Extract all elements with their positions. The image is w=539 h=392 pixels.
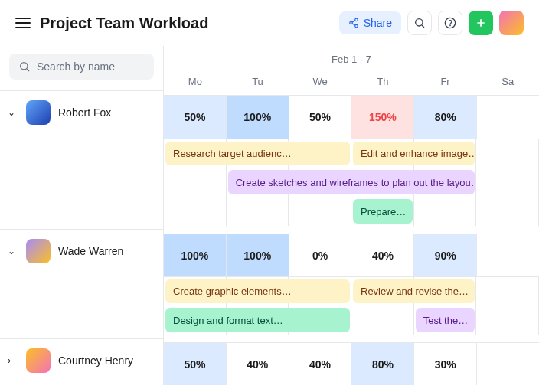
help-button[interactable]	[438, 11, 462, 35]
workload-cell[interactable]: 50%	[164, 96, 227, 139]
search-input[interactable]: Search by name	[9, 54, 154, 80]
search-button[interactable]	[407, 11, 432, 35]
help-icon	[444, 17, 456, 29]
task-bar[interactable]: Prepare…	[353, 199, 413, 224]
workload-cell[interactable]: 0%	[289, 234, 352, 276]
workload-cell[interactable]: 30%	[414, 343, 477, 385]
task-bar[interactable]: Create graphic elements…	[165, 279, 350, 303]
workload-cell[interactable]: 100%	[164, 234, 227, 276]
share-icon	[348, 18, 359, 28]
add-button[interactable]	[469, 11, 493, 35]
chevron-down-icon[interactable]: ⌄	[8, 246, 18, 256]
search-icon	[413, 17, 426, 29]
workload-cell[interactable]: 50%	[164, 343, 227, 385]
workload-cell[interactable]: 90%	[414, 234, 477, 276]
plus-icon	[475, 17, 487, 29]
workload-cell[interactable]: 50%	[289, 96, 352, 139]
svg-point-2	[354, 24, 358, 28]
workload-cell[interactable]: 100%	[227, 96, 289, 139]
day-header: Fr	[414, 70, 477, 95]
chevron-down-icon[interactable]: ⌄	[8, 107, 18, 118]
task-bar[interactable]: Design and format text…	[165, 308, 350, 332]
chevron-right-icon[interactable]: ›	[8, 355, 18, 366]
day-header: We	[289, 70, 351, 95]
avatar	[26, 348, 51, 373]
day-header: Tu	[227, 70, 289, 95]
date-range-label: Feb 1 - 7	[164, 46, 539, 70]
workload-cell[interactable]: 40%	[351, 234, 414, 276]
person-name: Robert Fox	[58, 106, 111, 119]
day-headers: Mo Tu We Th Fr Sa	[164, 70, 539, 96]
task-bar[interactable]: Edit and enhance image…	[353, 142, 475, 165]
day-header: Th	[351, 70, 414, 95]
task-bar[interactable]: Create sketches and wireframes to plan o…	[228, 170, 475, 194]
svg-line-6	[422, 25, 424, 28]
svg-point-5	[416, 19, 423, 26]
workload-cell	[477, 234, 539, 276]
person-row: ⌄ Wade Warren	[0, 229, 163, 273]
task-bar[interactable]: Review and revise the…	[353, 279, 475, 303]
svg-point-11	[21, 63, 28, 70]
person-row: › Courtney Henry	[0, 338, 163, 382]
user-avatar[interactable]	[499, 11, 524, 35]
svg-point-0	[354, 18, 358, 21]
menu-icon[interactable]	[15, 18, 31, 28]
workload-cell[interactable]: 150%	[351, 96, 414, 139]
workload-cell[interactable]: 80%	[351, 343, 414, 385]
page-title: Project Team Workload	[40, 15, 330, 32]
day-header: Sa	[476, 70, 539, 95]
avatar	[26, 239, 51, 263]
person-row: ⌄ Robert Fox	[0, 90, 163, 134]
task-bar[interactable]: Test the…	[416, 308, 475, 332]
person-name: Wade Warren	[58, 245, 123, 257]
workload-cell	[477, 96, 539, 139]
workload-cell[interactable]: 100%	[227, 234, 289, 276]
svg-point-8	[450, 25, 451, 26]
search-placeholder: Search by name	[37, 60, 115, 73]
svg-line-4	[352, 21, 355, 22]
share-button[interactable]: Share	[339, 11, 401, 34]
day-header: Mo	[164, 70, 227, 95]
workload-cell[interactable]: 80%	[414, 96, 477, 139]
svg-line-3	[352, 24, 355, 25]
avatar	[26, 100, 51, 125]
search-icon	[18, 60, 31, 73]
person-name: Courtney Henry	[58, 354, 133, 367]
workload-cell[interactable]: 40%	[227, 343, 289, 385]
workload-cell	[477, 343, 539, 385]
svg-point-1	[349, 21, 352, 24]
task-bar[interactable]: Research target audienc…	[165, 142, 350, 165]
svg-line-12	[27, 69, 29, 71]
workload-cell[interactable]: 40%	[289, 343, 352, 385]
share-label: Share	[364, 17, 392, 29]
